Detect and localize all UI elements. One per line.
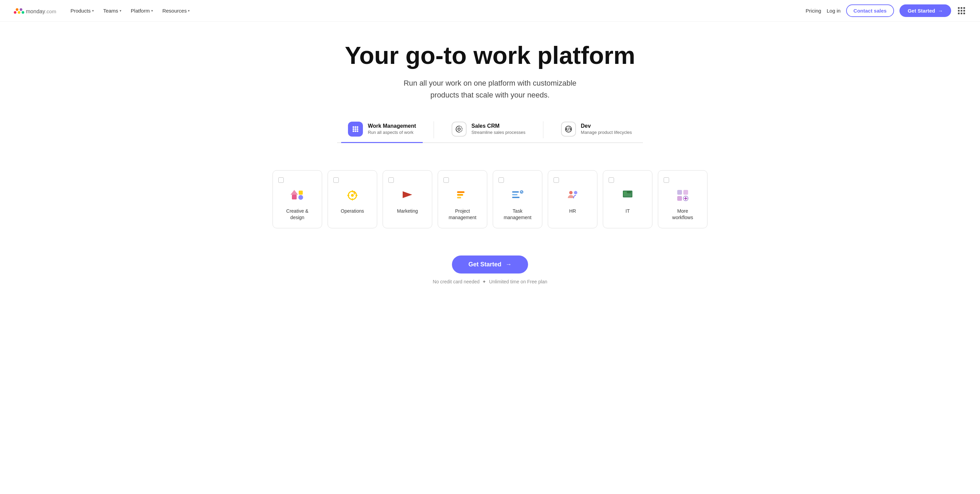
tab-sales-crm[interactable]: Sales CRM Streamline sales processes: [445, 118, 532, 143]
arrow-right-icon: →: [506, 261, 512, 268]
get-started-main-label: Get Started: [468, 261, 501, 268]
grid-row-2: [958, 10, 965, 11]
svg-rect-36: [624, 193, 628, 194]
logo[interactable]: monday.com: [14, 6, 56, 15]
hr-label: HR: [569, 208, 576, 215]
svg-rect-38: [627, 191, 631, 193]
svg-point-3: [16, 8, 18, 11]
workflow-card-operations[interactable]: Operations: [328, 170, 377, 228]
svg-point-21: [351, 194, 354, 197]
workflow-card-more-workflows[interactable]: Moreworkflows: [658, 170, 708, 228]
card-top: [554, 177, 592, 183]
card-top: [278, 177, 317, 183]
svg-point-18: [298, 195, 303, 200]
sales-crm-icon: [452, 122, 466, 137]
nav-products[interactable]: Products ▾: [67, 6, 97, 16]
hr-icon: [554, 187, 592, 204]
card-checkbox[interactable]: [444, 177, 449, 183]
svg-rect-27: [512, 191, 519, 193]
svg-point-6: [355, 126, 356, 128]
navbar-left: monday.com Products ▾ Teams ▾ Platform ▾…: [14, 6, 193, 16]
card-top: [498, 177, 536, 183]
nav-resources[interactable]: Resources ▾: [159, 6, 193, 16]
get-started-nav-button[interactable]: Get Started →: [899, 5, 951, 17]
card-checkbox[interactable]: [663, 177, 669, 183]
svg-rect-19: [299, 191, 303, 195]
svg-rect-24: [457, 194, 463, 196]
chevron-down-icon: ▾: [119, 9, 121, 13]
svg-point-8: [353, 128, 355, 130]
workflow-section: Creative &design Operations: [252, 157, 728, 242]
card-checkbox[interactable]: [278, 177, 284, 183]
svg-point-10: [357, 128, 358, 130]
contact-sales-button[interactable]: Contact sales: [846, 5, 894, 17]
logo-suffix: .com: [45, 8, 56, 14]
workflow-card-hr[interactable]: HR: [548, 170, 597, 228]
card-checkbox[interactable]: [498, 177, 504, 183]
svg-point-12: [355, 130, 356, 132]
grid-row-3: [958, 13, 965, 14]
workflow-grid: Creative &design Operations: [272, 170, 708, 228]
svg-point-9: [355, 128, 356, 130]
dev-desc: Manage product lifecycles: [581, 130, 632, 135]
task-management-icon: [498, 187, 536, 204]
svg-rect-29: [512, 197, 520, 198]
logo-brand: monday: [26, 8, 45, 14]
nav-platform[interactable]: Platform ▾: [127, 6, 156, 16]
project-management-label: Projectmanagement: [449, 208, 476, 221]
svg-rect-40: [683, 190, 688, 195]
cta-no-credit-card: No credit card needed: [433, 279, 480, 284]
svg-point-2: [22, 11, 24, 14]
svg-rect-25: [457, 197, 461, 199]
sales-crm-title: Sales CRM: [471, 123, 525, 129]
hero-section: Your go-to work platform Run all your wo…: [0, 22, 980, 157]
pricing-link[interactable]: Pricing: [806, 8, 821, 14]
project-management-icon: [444, 187, 482, 204]
workflow-card-task-management[interactable]: Taskmanagement: [493, 170, 542, 228]
tab-divider-1: [434, 121, 434, 138]
work-management-text: Work Management Run all aspects of work: [368, 123, 416, 135]
svg-point-31: [569, 191, 573, 194]
hero-subtitle: Run all your work on one platform with c…: [404, 77, 577, 101]
card-checkbox[interactable]: [609, 177, 614, 183]
svg-rect-16: [292, 195, 297, 199]
svg-point-14: [458, 128, 460, 130]
workflow-card-creative-design[interactable]: Creative &design: [272, 170, 322, 228]
card-checkbox[interactable]: [554, 177, 559, 183]
card-checkbox[interactable]: [333, 177, 339, 183]
card-top: [609, 177, 647, 183]
svg-rect-39: [677, 190, 682, 195]
grid-menu-icon[interactable]: [956, 6, 966, 16]
workflow-card-project-management[interactable]: Projectmanagement: [438, 170, 487, 228]
marketing-label: Marketing: [397, 208, 418, 215]
svg-point-32: [574, 191, 578, 194]
tab-dev[interactable]: Dev Manage product lifecycles: [554, 118, 638, 143]
svg-rect-37: [624, 195, 627, 195]
workflow-card-marketing[interactable]: Marketing: [383, 170, 432, 228]
cta-footnote: No credit card needed ✦ Unlimited time o…: [433, 279, 547, 284]
cta-separator: ✦: [482, 279, 486, 284]
tab-work-management[interactable]: Work Management Run all aspects of work: [341, 118, 423, 143]
operations-label: Operations: [341, 208, 364, 215]
svg-rect-28: [512, 194, 517, 195]
nav-teams[interactable]: Teams ▾: [100, 6, 125, 16]
svg-point-13: [357, 130, 358, 132]
card-checkbox[interactable]: [388, 177, 394, 183]
work-management-icon: [348, 122, 363, 137]
svg-rect-35: [624, 192, 626, 193]
workflow-card-it[interactable]: IT: [603, 170, 652, 228]
svg-rect-41: [677, 196, 682, 201]
svg-point-11: [353, 130, 355, 132]
tab-divider-2: [543, 121, 543, 138]
get-started-nav-label: Get Started: [908, 8, 935, 14]
creative-design-icon: [278, 187, 317, 204]
work-management-title: Work Management: [368, 123, 416, 129]
dev-icon: [561, 122, 576, 137]
product-tabs: Work Management Run all aspects of work …: [337, 118, 643, 143]
login-link[interactable]: Log in: [827, 8, 841, 14]
logo-svg: [14, 8, 24, 14]
card-top: [388, 177, 426, 183]
svg-point-1: [18, 11, 21, 14]
card-top: [444, 177, 482, 183]
get-started-main-button[interactable]: Get Started →: [452, 256, 528, 273]
